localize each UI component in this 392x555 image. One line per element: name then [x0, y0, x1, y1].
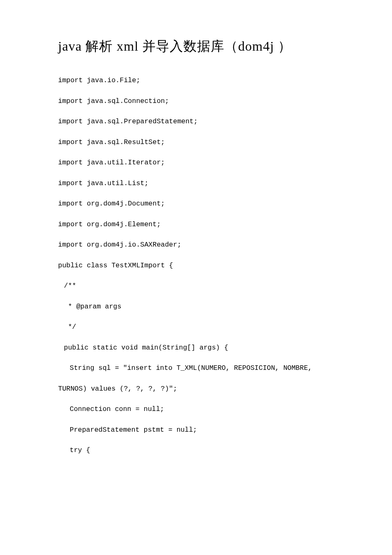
code-line: PreparedStatement pstmt = null;: [58, 427, 342, 434]
code-line: import org.dom4j.Document;: [58, 200, 342, 208]
code-line: import java.io.File;: [58, 77, 342, 84]
code-line: try {: [58, 447, 342, 454]
page-title: java 解析 xml 并导入数据库（dom4j ）: [58, 37, 342, 56]
code-line: import java.util.Iterator;: [58, 159, 342, 166]
code-line: */: [58, 324, 342, 331]
code-line: import org.dom4j.io.SAXReader;: [58, 242, 342, 249]
code-line: Connection conn = null;: [58, 406, 342, 413]
code-block: import java.io.File; import java.sql.Con…: [58, 77, 342, 454]
code-line: public static void main(String[] args) {: [58, 345, 342, 352]
code-line: import org.dom4j.Element;: [58, 221, 342, 228]
code-line: /**: [58, 283, 342, 290]
code-line: import java.sql.Connection;: [58, 98, 342, 105]
code-line: TURNOS) values (?, ?, ?, ?)";: [58, 386, 342, 393]
code-line: public class TestXMLImport {: [58, 262, 342, 269]
code-line: import java.sql.ResultSet;: [58, 139, 342, 146]
code-line: * @param args: [58, 303, 342, 311]
code-line: import java.util.List;: [58, 180, 342, 187]
code-line: String sql = "insert into T_XML(NUMERO, …: [58, 365, 342, 372]
code-line: import java.sql.PreparedStatement;: [58, 118, 342, 125]
